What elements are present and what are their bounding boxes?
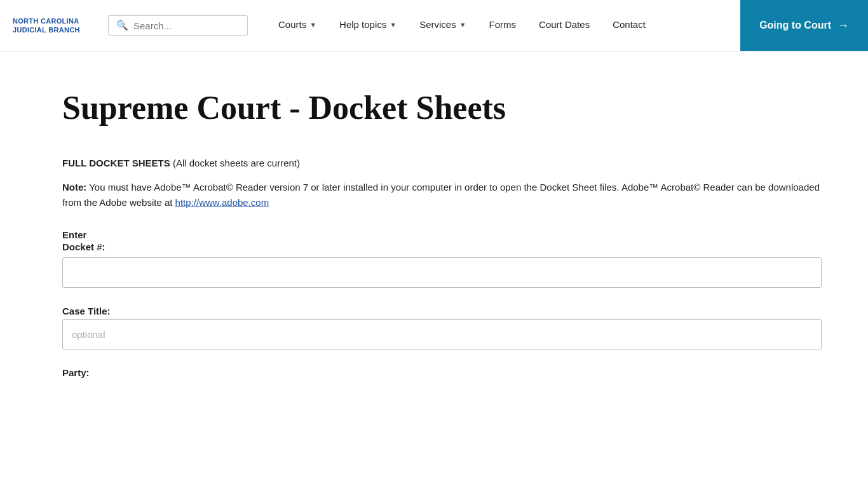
chevron-down-icon: ▼ (459, 21, 466, 29)
search-input[interactable] (133, 20, 240, 31)
nav-item-services[interactable]: Services ▼ (408, 0, 477, 51)
logo-area[interactable]: NORTH CAROLINA JUDICIAL BRANCH (13, 17, 95, 35)
case-title-label: Case Title: (62, 306, 822, 316)
nav-item-court-dates[interactable]: Court Dates (527, 0, 601, 51)
nav-item-contact[interactable]: Contact (601, 0, 657, 51)
party-label: Party: (62, 367, 822, 378)
nav-cta-label: Going to Court (759, 20, 831, 31)
search-icon: 🔍 (116, 20, 128, 31)
full-docket-section-label: FULL DOCKET SHEETS (All docket sheets ar… (62, 158, 822, 168)
main-nav: Courts ▼ Help topics ▼ Services ▼ Forms … (267, 0, 868, 51)
docket-field-group: Enter Docket #: (62, 229, 822, 288)
docket-number-input[interactable] (62, 257, 822, 288)
site-header: NORTH CAROLINA JUDICIAL BRANCH 🔍 Courts … (0, 0, 868, 51)
chevron-down-icon: ▼ (390, 21, 397, 29)
nav-item-forms[interactable]: Forms (478, 0, 528, 51)
nav-cta-arrow-icon: → (837, 19, 849, 32)
docket-label: Docket #: (62, 241, 822, 252)
page-title: Supreme Court - Docket Sheets (62, 90, 822, 126)
case-title-field-group: Case Title: (62, 306, 822, 349)
adobe-link[interactable]: http://www.adobe.com (175, 197, 269, 208)
site-logo-text: NORTH CAROLINA JUDICIAL BRANCH (13, 17, 95, 35)
nav-item-help-topics[interactable]: Help topics ▼ (328, 0, 408, 51)
chevron-down-icon: ▼ (309, 21, 316, 29)
nav-item-courts[interactable]: Courts ▼ (267, 0, 328, 51)
going-to-court-cta[interactable]: Going to Court → (740, 0, 868, 51)
case-title-input[interactable] (62, 319, 822, 349)
note-paragraph: Note: You must have Adobe™ Acrobat© Read… (62, 180, 822, 210)
search-area[interactable]: 🔍 (108, 15, 248, 36)
enter-label: Enter (62, 229, 822, 240)
main-content: Supreme Court - Docket Sheets FULL DOCKE… (21, 51, 847, 429)
